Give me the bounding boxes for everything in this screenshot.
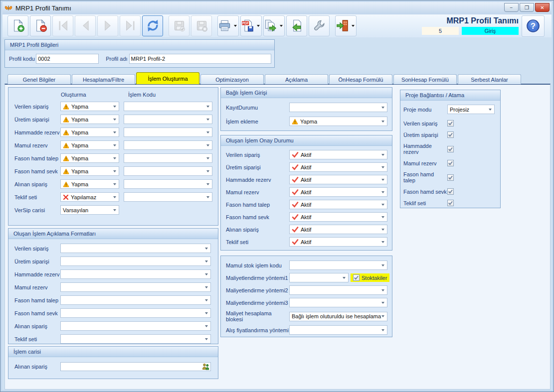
format-dropdown[interactable] (60, 308, 211, 318)
project-mode-label: Proje modu (403, 107, 447, 113)
row-label: Üretim siparişi (14, 117, 60, 123)
dropdown-caret-icon[interactable] (234, 25, 237, 27)
butterfly-app-icon (4, 4, 12, 13)
row-label: Verilen sipariş (403, 121, 447, 127)
approval-status-dropdown[interactable]: Aktif (289, 175, 387, 184)
format-dropdown[interactable] (60, 321, 211, 331)
project-mode-dropdown[interactable]: Projesiz (447, 105, 495, 114)
approval-status-dropdown[interactable]: Aktif (289, 225, 387, 234)
costing-dropdown[interactable] (289, 261, 387, 270)
dropdown-caret-icon[interactable] (257, 25, 260, 27)
profile-name-input[interactable] (129, 54, 271, 64)
creation-mode-dropdown[interactable]: Yapma (60, 179, 119, 189)
tab-i-lem-olu-turma[interactable]: İşlem Oluşturma (136, 72, 199, 84)
islem-kodu-dropdown[interactable] (124, 102, 212, 111)
minimize-button[interactable]: − (504, 3, 519, 12)
approval-status-dropdown[interactable]: Aktif (289, 237, 387, 247)
linked-entry-dropdown[interactable] (289, 103, 387, 112)
creation-mode-dropdown[interactable]: Varsayılan (60, 205, 119, 215)
export-pdf-icon: PDF (241, 19, 254, 33)
approval-status-dropdown[interactable]: Aktif (289, 200, 387, 209)
linked-entry-dropdown[interactable]: Yapma (289, 117, 387, 126)
new-record-button[interactable] (7, 15, 28, 36)
maximize-button[interactable]: ❐ (520, 3, 534, 12)
form-row: Hammadde rezerv (403, 143, 500, 155)
islem-kodu-dropdown[interactable] (124, 140, 212, 150)
transfer-button[interactable] (263, 15, 285, 36)
creation-mode-dropdown[interactable]: Yapma (60, 140, 119, 150)
creation-mode-dropdown[interactable]: Yapılamaz (60, 192, 119, 202)
format-dropdown[interactable] (60, 244, 211, 253)
form-row: Teklif seti (403, 200, 500, 206)
cari-input[interactable] (60, 362, 211, 371)
islem-kodu-dropdown[interactable] (124, 166, 212, 176)
save-cancel-button[interactable] (191, 15, 212, 36)
islem-kodu-dropdown[interactable] (124, 192, 212, 202)
first-record-button[interactable] (52, 15, 73, 36)
refresh-button[interactable] (142, 15, 163, 36)
checkbox[interactable] (447, 146, 454, 152)
approval-status-dropdown[interactable]: Aktif (289, 162, 387, 172)
islem-kodu-dropdown[interactable] (124, 115, 212, 124)
checkbox[interactable] (447, 174, 454, 181)
warning-icon (63, 130, 69, 135)
row-label: Verilen sipariş (14, 104, 60, 110)
dropdown-caret-icon[interactable] (352, 25, 355, 27)
format-dropdown[interactable] (60, 282, 211, 292)
checkbox[interactable] (447, 200, 454, 206)
format-dropdown[interactable] (60, 257, 211, 266)
previous-record-button[interactable] (75, 15, 96, 36)
tab-sonhesap-form-l-[interactable]: SonHesap Formülü (393, 74, 457, 84)
creation-mode-dropdown[interactable]: Yapma (60, 115, 119, 124)
islem-kodu-dropdown[interactable] (124, 153, 212, 163)
dropdown-caret-icon[interactable] (280, 25, 283, 27)
stoktakiler-checkbox-group[interactable]: Stoktakiler (351, 273, 389, 282)
costing-dropdown[interactable] (289, 325, 387, 335)
form-row: Teklif setiYapılamaz (14, 192, 218, 202)
checkbox[interactable] (447, 131, 454, 138)
export-pdf-button[interactable]: PDF (240, 15, 262, 36)
checkbox[interactable] (447, 188, 454, 195)
checkbox[interactable] (447, 160, 454, 166)
next-record-button[interactable] (97, 15, 118, 36)
costing-dropdown[interactable] (289, 298, 387, 307)
creation-mode-dropdown[interactable]: Yapma (60, 128, 119, 137)
close-button[interactable]: ✕ (535, 3, 550, 12)
islem-kodu-dropdown[interactable] (124, 128, 212, 137)
import-button[interactable] (286, 15, 307, 36)
help-button[interactable]: ? (522, 15, 545, 37)
people-icon[interactable] (202, 363, 209, 371)
format-dropdown[interactable] (60, 269, 211, 279)
checkbox[interactable] (353, 274, 360, 281)
print-button[interactable] (217, 15, 239, 36)
row-label: Maliyetlendirme yöntemi2 (226, 287, 289, 293)
chevron-down-icon (203, 245, 210, 252)
approval-status-dropdown[interactable]: Aktif (289, 212, 387, 222)
tab-a-klama[interactable]: Açıklama (265, 74, 328, 84)
delete-record-button[interactable] (30, 15, 51, 36)
creation-mode-dropdown[interactable]: Yapma (60, 166, 119, 176)
exit-icon (336, 19, 349, 33)
help-icon: ? (526, 18, 541, 34)
approval-status-dropdown[interactable]: Aktif (289, 150, 387, 159)
costing-dropdown[interactable]: Bağlı işlem oluturuldu ise hesaplama (289, 312, 387, 321)
last-record-button[interactable] (120, 15, 141, 36)
islem-kodu-dropdown[interactable] (124, 179, 212, 189)
costing-dropdown[interactable] (289, 285, 387, 295)
costing-dropdown[interactable] (289, 273, 349, 282)
checkbox[interactable] (447, 120, 454, 127)
tools-button[interactable] (309, 15, 330, 36)
tab--nhesap-form-l-[interactable]: ÖnHesap Formülü (329, 74, 392, 84)
profile-code-input[interactable] (36, 54, 99, 64)
creation-mode-dropdown[interactable]: Yapma (60, 102, 119, 111)
tab-optimizasyon[interactable]: Optimizasyon (200, 74, 264, 84)
tab-genel-bilgiler[interactable]: Genel Bilgiler (7, 74, 71, 84)
tab-hesaplama-filtre[interactable]: Hesaplama/Filtre (72, 74, 135, 84)
save-button[interactable] (169, 15, 189, 36)
creation-mode-dropdown[interactable]: Yapma (60, 153, 119, 163)
tab-serbest-alanlar[interactable]: Serbest Alanlar (458, 74, 521, 84)
format-dropdown[interactable] (60, 295, 211, 305)
approval-status-dropdown[interactable]: Aktif (289, 187, 387, 197)
exit-button[interactable] (335, 15, 357, 36)
format-dropdown[interactable] (60, 334, 211, 344)
